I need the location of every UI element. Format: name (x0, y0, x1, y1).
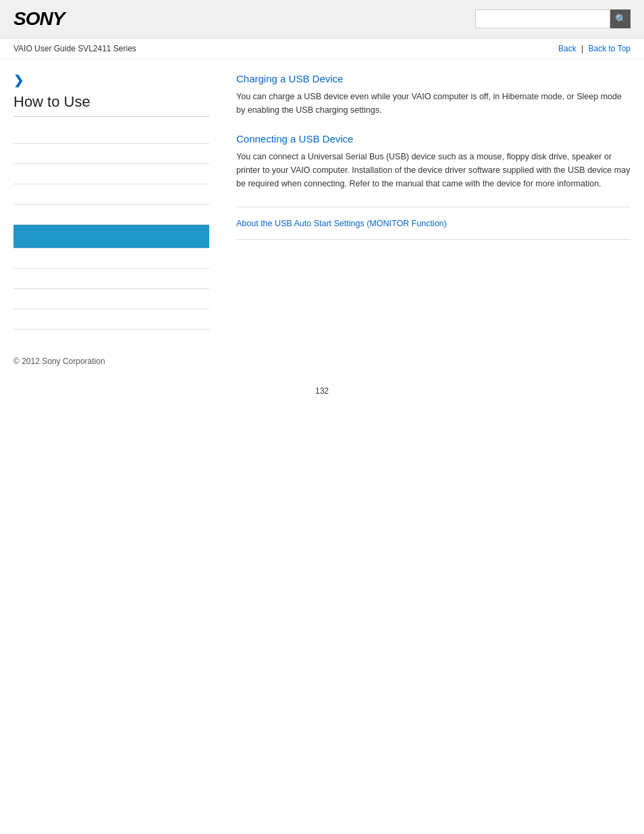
list-item (14, 249, 209, 269)
charging-section: Charging a USB Device You can charge a U… (236, 73, 630, 117)
nav-bar: VAIO User Guide SVL2411 Series Back | Ba… (0, 38, 644, 59)
list-item (14, 144, 209, 164)
list-item (14, 124, 209, 144)
nav-separator: | (581, 44, 583, 53)
sidebar-nav (14, 124, 209, 330)
sidebar-title: How to Use (14, 93, 209, 117)
content-divider-bottom (236, 239, 630, 240)
list-item-active[interactable] (14, 225, 209, 249)
back-to-top-link[interactable]: Back to Top (589, 44, 630, 53)
sidebar: ❯ How to Use (14, 73, 223, 330)
sony-logo: SONY (14, 8, 64, 30)
page-number: 132 (0, 373, 644, 409)
charging-body: You can charge a USB device even while y… (236, 90, 630, 117)
list-item (14, 309, 209, 330)
list-item (14, 289, 209, 309)
content-area: Charging a USB Device You can charge a U… (223, 73, 630, 330)
connecting-section: Connecting a USB Device You can connect … (236, 133, 630, 190)
search-button[interactable]: 🔍 (610, 9, 630, 28)
back-link[interactable]: Back (558, 44, 576, 53)
breadcrumb: VAIO User Guide SVL2411 Series (14, 44, 136, 53)
list-item (14, 269, 209, 289)
search-input[interactable] (475, 9, 610, 28)
usb-auto-start-link[interactable]: About the USB Auto Start Settings (MONIT… (236, 219, 447, 228)
active-nav-link[interactable] (14, 225, 209, 248)
header: SONY 🔍 (0, 0, 644, 38)
main-content: ❯ How to Use Charging a USB Device You c… (0, 59, 644, 343)
connecting-title[interactable]: Connecting a USB Device (236, 133, 630, 145)
content-divider (236, 207, 630, 207)
list-item (14, 164, 209, 184)
copyright-text: © 2012 Sony Corporation (14, 357, 105, 366)
list-item (14, 205, 209, 225)
footer: © 2012 Sony Corporation (0, 343, 644, 373)
charging-title[interactable]: Charging a USB Device (236, 73, 630, 84)
search-area: 🔍 (475, 9, 630, 28)
search-icon: 🔍 (615, 14, 626, 24)
connecting-body: You can connect a Universal Serial Bus (… (236, 150, 630, 190)
nav-links: Back | Back to Top (558, 44, 630, 53)
list-item (14, 184, 209, 205)
sidebar-chevron-icon[interactable]: ❯ (14, 73, 209, 88)
